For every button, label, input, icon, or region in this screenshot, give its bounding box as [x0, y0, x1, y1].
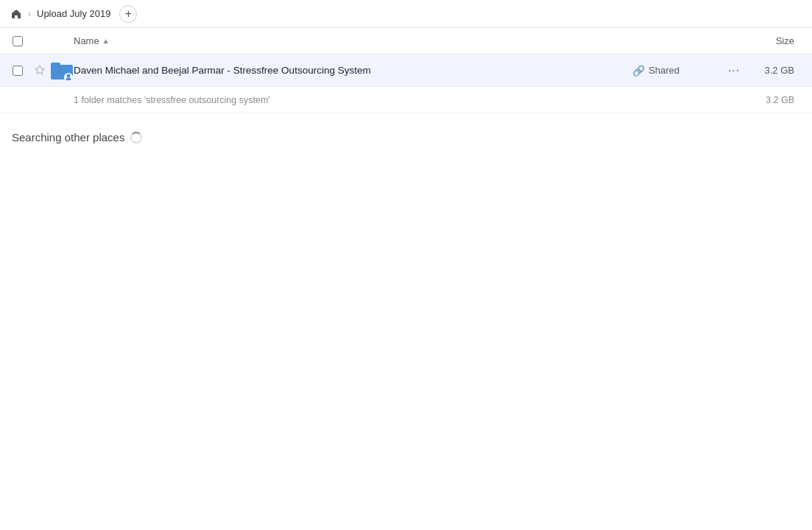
link-icon: 🔗 [632, 65, 645, 77]
sort-arrow-icon: ▲ [102, 37, 110, 45]
column-headers: Name ▲ Size [0, 28, 812, 54]
row-checkbox-wrap[interactable] [6, 66, 29, 76]
star-button[interactable] [29, 65, 50, 77]
folder-icon-wrap [50, 61, 74, 80]
breadcrumb-current[interactable]: Upload July 2019 [32, 7, 115, 21]
match-size: 3.2 GB [747, 95, 806, 105]
size-column-header[interactable]: Size [747, 35, 806, 46]
checkbox-input[interactable] [13, 36, 23, 46]
match-text: 1 folder matches 'stressfree outsourcing… [74, 95, 747, 105]
name-column-header[interactable]: Name ▲ [74, 35, 632, 46]
file-name: Daven Michael and Beejal Parmar - Stress… [74, 65, 632, 76]
searching-section: Searching other places [0, 113, 812, 155]
breadcrumb-separator: › [28, 9, 31, 19]
row-checkbox[interactable] [13, 66, 23, 76]
searching-text: Searching other places [12, 131, 124, 144]
add-button[interactable]: + [119, 5, 137, 23]
name-column-label: Name [74, 35, 99, 46]
shared-badge: 🔗 Shared [632, 65, 721, 77]
file-size: 3.2 GB [747, 65, 806, 76]
searching-label: Searching other places [12, 131, 800, 144]
select-all-checkbox[interactable] [6, 36, 29, 46]
loading-spinner [130, 132, 142, 144]
home-button[interactable] [6, 4, 27, 24]
breadcrumb-bar: › Upload July 2019 + [0, 0, 812, 28]
more-options-button[interactable]: ··· [721, 64, 747, 77]
file-row[interactable]: Daven Michael and Beejal Parmar - Stress… [0, 54, 812, 87]
folder-icon [51, 61, 73, 80]
svg-rect-1 [51, 63, 60, 67]
match-row: 1 folder matches 'stressfree outsourcing… [0, 87, 812, 113]
svg-point-3 [67, 74, 71, 77]
shared-label: Shared [649, 65, 679, 76]
